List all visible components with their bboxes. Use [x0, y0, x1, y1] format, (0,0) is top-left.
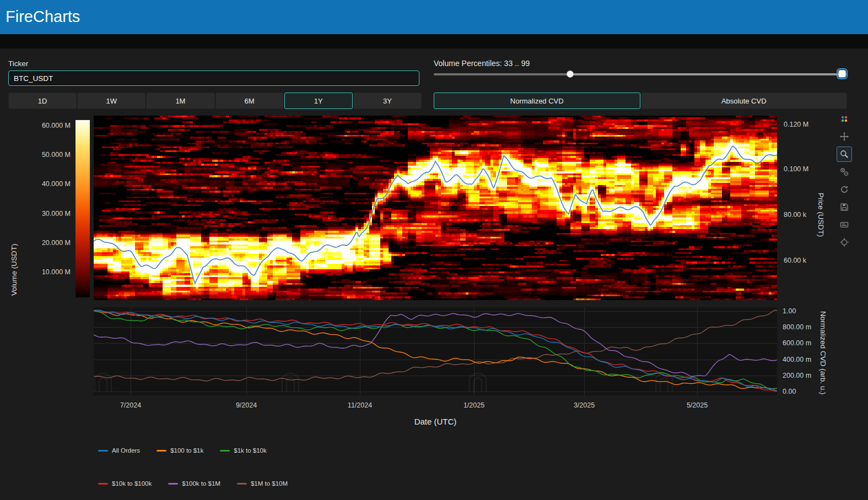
- range-1m-button[interactable]: 1M: [146, 93, 214, 109]
- price-tick: 60.00 k: [784, 257, 806, 264]
- price-tick: 80.00 k: [784, 211, 806, 219]
- colorbar-tick: 20.000 M: [22, 239, 71, 247]
- colorbar-tick: 30.000 M: [22, 210, 71, 218]
- hover-closest-icon[interactable]: [837, 217, 852, 232]
- volume-percentiles-label: Volume Percentiles: 33 .. 99: [434, 59, 530, 68]
- legend-item-10k-100k[interactable]: $10k to $100k: [98, 480, 152, 487]
- app-header: FireCharts: [0, 0, 868, 34]
- box-zoom-icon[interactable]: [837, 146, 852, 162]
- price-tick: 0.100 M: [784, 165, 808, 173]
- legend-swatch: [220, 450, 230, 452]
- absolute-cvd-button[interactable]: Absolute CVD: [641, 93, 848, 109]
- save-icon[interactable]: [837, 199, 852, 215]
- range-1y-button[interactable]: 1Y: [284, 93, 353, 109]
- colorbar-tick: 40.000 M: [22, 180, 71, 188]
- firecharts-app: FireCharts Ticker Volume Percentiles: 33…: [0, 0, 868, 500]
- chart-modebar: [837, 111, 852, 252]
- reset-axes-icon[interactable]: [837, 182, 852, 197]
- colorbar-tick: 10.000 M: [22, 268, 71, 276]
- plotly-logo-icon[interactable]: [837, 111, 852, 127]
- range-6m-button[interactable]: 6M: [215, 93, 284, 109]
- volume-colorbar: [76, 120, 90, 297]
- normalized-cvd-chart[interactable]: [94, 307, 777, 395]
- date-tick: 9/2024: [224, 401, 268, 409]
- date-axis-title: Date (UTC): [94, 417, 777, 426]
- normalized-cvd-button[interactable]: Normalized CVD: [434, 93, 640, 109]
- legend-label: $1k to $10k: [234, 447, 266, 454]
- slider-handle-max[interactable]: [838, 70, 846, 78]
- colorbar-axis-title: Volume (USDT): [10, 239, 18, 301]
- colorbar-tick: 50.000 M: [22, 151, 71, 159]
- ticker-label: Ticker: [8, 59, 28, 68]
- legend-swatch: [98, 483, 108, 485]
- spike-lines-icon[interactable]: [837, 235, 852, 250]
- price-tick: 0.120 M: [784, 121, 808, 128]
- legend-row-1: All Orders $100 to $1k $1k to $10k: [98, 447, 283, 454]
- pan-icon[interactable]: [837, 129, 852, 144]
- cvd-tick: 400.00 m: [783, 356, 811, 363]
- date-tick: 11/2024: [338, 401, 382, 409]
- date-tick: 3/2025: [562, 401, 606, 409]
- legend-item-100-1k[interactable]: $100 to $1k: [157, 447, 203, 454]
- cvd-axis-title: Normalized CVD (arb. u.): [819, 302, 827, 404]
- legend-label: $10k to $100k: [112, 480, 152, 487]
- colorbar-tick: 60.000 M: [22, 122, 71, 129]
- cvd-tick: 200.00 m: [783, 372, 811, 379]
- price-axis-title: Price (USDT): [817, 176, 825, 253]
- range-1d-button[interactable]: 1D: [8, 93, 77, 109]
- legend-item-1m-10m[interactable]: $1M to $10M: [237, 480, 288, 487]
- zoom-in-out-icon[interactable]: [837, 164, 852, 180]
- cvd-tick: 0.00: [783, 388, 796, 395]
- legend-row-2: $10k to $100k $100k to $1M $1M to $10M: [98, 480, 304, 487]
- date-tick: 7/2024: [109, 401, 153, 409]
- slider-track[interactable]: [570, 73, 843, 75]
- app-title: FireCharts: [0, 0, 868, 33]
- legend-item-100k-1m[interactable]: $100k to $1M: [168, 480, 220, 487]
- legend-label: $1M to $10M: [251, 480, 288, 487]
- date-tick: 1/2025: [452, 401, 496, 409]
- legend-label: $100k to $1M: [182, 480, 220, 487]
- legend-swatch: [168, 483, 178, 485]
- cvd-tick: 800.00 m: [783, 323, 811, 331]
- legend-item-1k-10k[interactable]: $1k to $10k: [220, 447, 266, 454]
- header-divider-band: [0, 34, 868, 48]
- legend-label: $100 to $1k: [170, 447, 203, 454]
- volume-percentiles-slider[interactable]: [434, 68, 847, 79]
- legend-item-all-orders[interactable]: All Orders: [98, 447, 140, 454]
- legend-swatch: [98, 450, 108, 452]
- legend-label: All Orders: [112, 447, 140, 454]
- slider-handle-min[interactable]: [567, 70, 574, 78]
- legend-swatch: [157, 450, 166, 452]
- range-1w-button[interactable]: 1W: [77, 93, 145, 109]
- volume-heatmap-chart[interactable]: [94, 116, 777, 300]
- cvd-tick: 1.00: [783, 307, 796, 315]
- cvd-tick: 600.00 m: [783, 339, 811, 347]
- date-tick: 5/2025: [675, 401, 719, 409]
- legend-swatch: [237, 483, 247, 485]
- ticker-input[interactable]: [8, 70, 419, 86]
- range-3y-button[interactable]: 3Y: [353, 93, 422, 109]
